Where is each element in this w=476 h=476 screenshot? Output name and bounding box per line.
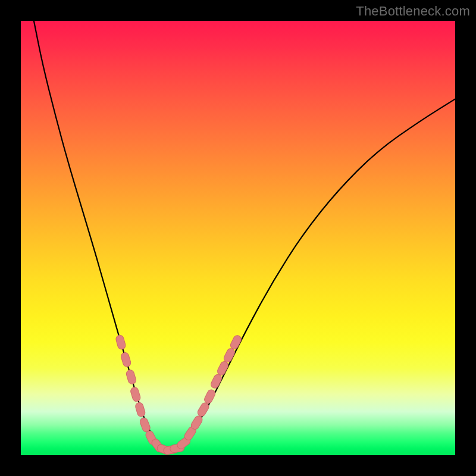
bottleneck-curve (34, 21, 455, 449)
chart-svg (21, 21, 455, 455)
curve-marker (196, 402, 211, 418)
curve-marker (139, 416, 151, 433)
curve-markers (115, 334, 242, 455)
plot-area (21, 21, 455, 455)
curve-marker (130, 386, 141, 402)
curve-marker (134, 402, 146, 418)
curve-marker (120, 352, 131, 368)
curve-marker (126, 369, 137, 385)
curve-marker (115, 334, 126, 350)
chart-frame: TheBottleneck.com (0, 0, 476, 476)
curve-marker (203, 389, 216, 405)
watermark-text: TheBottleneck.com (356, 4, 470, 19)
